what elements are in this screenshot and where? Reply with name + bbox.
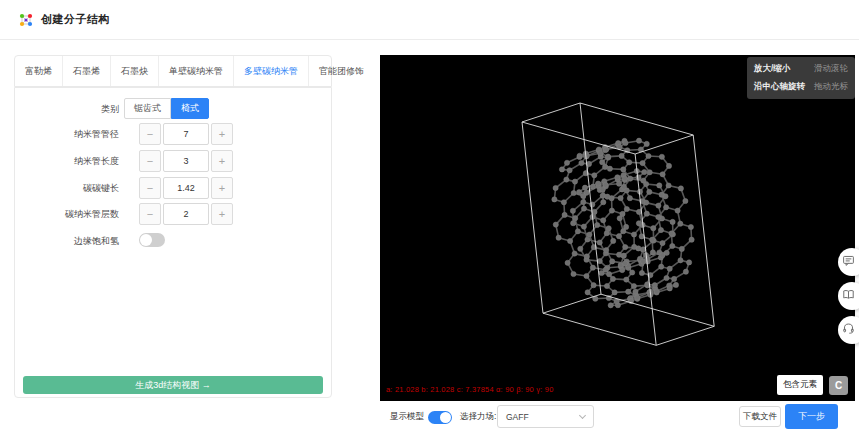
diameter-stepper xyxy=(139,123,233,145)
show-model-label: 显示模型 xyxy=(390,401,424,432)
chevron-down-icon xyxy=(579,411,586,418)
elements-label: 包含元素 xyxy=(777,375,823,395)
parameters-panel: 类别 锯齿式 椅式 纳米管管径 纳米管长度 碳碳键长 xyxy=(14,87,332,398)
page-title: 创建分子结构 xyxy=(41,12,110,27)
headset-icon xyxy=(842,322,855,335)
walls-stepper xyxy=(139,203,233,225)
bond-length-increase-button[interactable] xyxy=(211,177,233,199)
download-file-button[interactable]: 下载文件 xyxy=(739,406,781,427)
walls-input[interactable] xyxy=(163,203,209,225)
generate-3d-button[interactable]: 生成3d结构视图 → xyxy=(23,376,323,394)
viewer-3d-canvas[interactable]: 放大/缩小 滑动滚轮 沿中心轴旋转 拖动光标 a: 21.028 b: 21.0… xyxy=(380,55,855,401)
hydrogen-row: 边缘饱和氢 xyxy=(15,230,331,252)
category-segmented-control: 锯齿式 椅式 xyxy=(124,98,209,119)
tab-graphyne[interactable]: 石墨炔 xyxy=(111,56,159,86)
unit-cell-info: a: 21.028 b: 21.028 c: 7.37854 α: 90 β: … xyxy=(386,385,554,394)
next-step-button[interactable]: 下一步 xyxy=(785,404,838,429)
diameter-decrease-button[interactable] xyxy=(139,123,161,145)
bond-length-input[interactable] xyxy=(163,177,209,199)
length-stepper xyxy=(139,150,233,172)
comment-icon xyxy=(842,254,855,267)
length-input[interactable] xyxy=(163,150,209,172)
toggle-knob xyxy=(140,234,152,246)
forcefield-label: 选择力场: xyxy=(460,401,496,432)
hydrogen-toggle[interactable] xyxy=(139,233,165,247)
structure-type-tabs: 富勒烯 石墨烯 石墨炔 单壁碳纳米管 多壁碳纳米管 官能团修饰 xyxy=(14,55,332,87)
molecule-logo-icon xyxy=(18,12,34,28)
element-c-chip[interactable]: C xyxy=(829,376,848,395)
category-row: 类别 锯齿式 椅式 xyxy=(15,98,331,120)
length-label: 纳米管长度 xyxy=(15,150,119,172)
tab-graphene[interactable]: 石墨烯 xyxy=(63,56,111,86)
viewer-hints-overlay: 放大/缩小 滑动滚轮 沿中心轴旋转 拖动光标 xyxy=(747,57,855,99)
hint-rotate-gesture: 拖动光标 xyxy=(814,81,848,93)
viewer-bottom-bar: 显示模型 选择力场: GAFF 下载文件 下一步 xyxy=(380,401,859,432)
app-header: 创建分子结构 xyxy=(0,0,859,40)
diameter-row: 纳米管管径 xyxy=(15,123,331,145)
molecule-3d-render[interactable] xyxy=(380,55,855,401)
docs-fab[interactable] xyxy=(838,282,859,310)
feedback-fab[interactable] xyxy=(838,248,859,276)
bond-length-stepper xyxy=(139,177,233,199)
diameter-increase-button[interactable] xyxy=(211,123,233,145)
length-decrease-button[interactable] xyxy=(139,150,161,172)
tab-fullerene[interactable]: 富勒烯 xyxy=(15,56,63,86)
walls-increase-button[interactable] xyxy=(211,203,233,225)
category-label: 类别 xyxy=(15,98,119,120)
walls-row: 碳纳米管层数 xyxy=(15,203,331,225)
bond-length-label: 碳碳键长 xyxy=(15,177,119,199)
book-icon xyxy=(842,288,855,301)
hint-rotate-action: 沿中心轴旋转 xyxy=(754,81,805,93)
bond-length-decrease-button[interactable] xyxy=(139,177,161,199)
tab-multi-wall-cnt[interactable]: 多壁碳纳米管 xyxy=(234,56,309,86)
length-row: 纳米管长度 xyxy=(15,150,331,172)
toggle-knob xyxy=(440,412,451,423)
app-root: 创建分子结构 富勒烯 石墨烯 石墨炔 单壁碳纳米管 多壁碳纳米管 官能团修饰 类… xyxy=(0,0,859,432)
hint-zoom-gesture: 滑动滚轮 xyxy=(814,63,848,75)
length-increase-button[interactable] xyxy=(211,150,233,172)
tab-single-wall-cnt[interactable]: 单壁碳纳米管 xyxy=(159,56,234,86)
walls-label: 碳纳米管层数 xyxy=(15,203,119,225)
forcefield-select[interactable]: GAFF xyxy=(497,405,594,428)
elements-legend: 包含元素 C xyxy=(777,375,848,395)
forcefield-value: GAFF xyxy=(506,412,580,422)
bond-length-row: 碳碳键长 xyxy=(15,177,331,199)
hint-zoom-action: 放大/缩小 xyxy=(754,63,805,75)
support-fab[interactable] xyxy=(838,316,859,344)
armchair-option-button[interactable]: 椅式 xyxy=(171,98,209,119)
hydrogen-toggle-label: 边缘饱和氢 xyxy=(15,230,119,252)
tab-functional-group[interactable]: 官能团修饰 xyxy=(309,56,374,86)
diameter-input[interactable] xyxy=(163,123,209,145)
diameter-label: 纳米管管径 xyxy=(15,123,119,145)
walls-decrease-button[interactable] xyxy=(139,203,161,225)
show-model-toggle[interactable] xyxy=(428,411,452,424)
zigzag-option-button[interactable]: 锯齿式 xyxy=(124,98,171,119)
